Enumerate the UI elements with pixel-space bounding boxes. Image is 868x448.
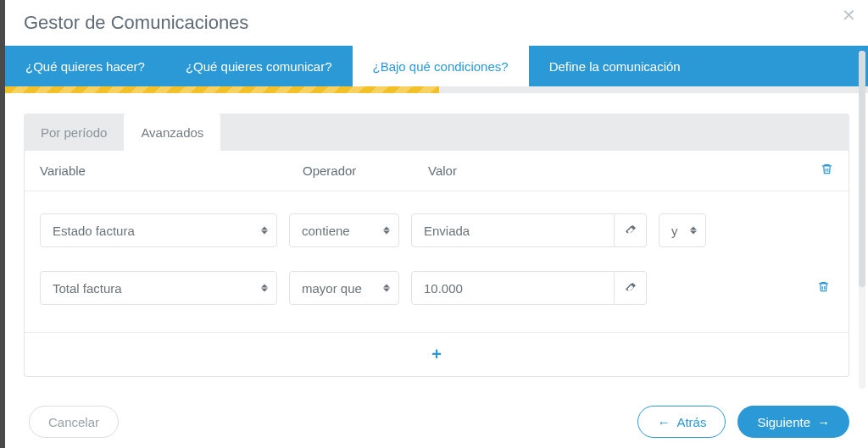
conditions-rows: Estado factura contiene Enviada (25, 191, 849, 332)
variable-select-value: Estado factura (53, 224, 135, 238)
conditions-panel: Variable Operador Valor Estado factura c… (24, 151, 849, 377)
back-label: Atrás (676, 415, 706, 429)
value-text: 10.000 (424, 281, 463, 296)
progress-bar (5, 86, 868, 93)
body: Por período Avanzados Variable Operador … (5, 93, 868, 395)
scrollbar[interactable] (859, 51, 865, 389)
value-input[interactable]: 10.000 (411, 271, 615, 305)
delete-row-button[interactable] (817, 280, 833, 296)
clear-value-button[interactable] (615, 271, 647, 305)
eraser-icon (624, 224, 637, 237)
logic-select-value: y (671, 224, 678, 238)
arrow-right-icon: → (817, 415, 830, 429)
operator-select-value: contiene (302, 224, 350, 238)
clear-all-button[interactable] (808, 163, 833, 179)
wizard-tab-what-communicate[interactable]: ¿Qué quieres comunicar? (165, 46, 353, 86)
add-row-button[interactable]: + (431, 345, 442, 364)
wizard-tab-define[interactable]: Define la comunicación (529, 46, 701, 86)
subtab-advanced[interactable]: Avanzados (124, 113, 220, 151)
col-variable-header: Variable (40, 163, 303, 178)
footer: Cancelar ← Atrás Siguiente → (10, 395, 868, 448)
value-group: Enviada (411, 213, 647, 247)
scrollbar-thumb[interactable] (859, 51, 865, 287)
value-input[interactable]: Enviada (411, 213, 615, 247)
operator-select-value: mayor que (302, 281, 362, 296)
add-row-area: + (25, 332, 849, 376)
select-arrows-icon (690, 227, 697, 235)
logic-select[interactable]: y (659, 213, 706, 247)
next-button[interactable]: Siguiente → (737, 406, 849, 438)
variable-select[interactable]: Estado factura (40, 213, 277, 247)
wizard-tab-what-do[interactable]: ¿Qué quieres hacer? (5, 46, 165, 86)
back-button[interactable]: ← Atrás (637, 406, 726, 438)
modal: ✕ Gestor de Comunicaciones ¿Qué quieres … (0, 0, 868, 448)
variable-select-value: Total factura (53, 281, 122, 296)
cancel-button[interactable]: Cancelar (29, 406, 119, 438)
arrow-left-icon: ← (657, 415, 670, 429)
variable-select[interactable]: Total factura (40, 271, 277, 305)
select-arrows-icon (261, 285, 268, 292)
cancel-label: Cancelar (48, 415, 99, 429)
modal-title: Gestor de Comunicaciones (5, 0, 868, 46)
clear-value-button[interactable] (615, 213, 647, 247)
eraser-icon (624, 281, 637, 295)
operator-select[interactable]: contiene (289, 213, 399, 247)
sub-tabs: Por período Avanzados (24, 113, 849, 151)
value-text: Enviada (424, 224, 470, 238)
select-arrows-icon (261, 227, 268, 235)
condition-row: Estado factura contiene Enviada (40, 202, 833, 259)
conditions-header: Variable Operador Valor (25, 151, 849, 191)
select-arrows-icon (383, 227, 390, 235)
condition-row: Total factura mayor que 10.000 (40, 259, 833, 317)
wizard-tabs: ¿Qué quieres hacer? ¿Qué quieres comunic… (5, 46, 868, 86)
col-operator-header: Operador (303, 163, 428, 178)
operator-select[interactable]: mayor que (289, 271, 399, 305)
next-label: Siguiente (757, 415, 810, 429)
wizard-tab-conditions[interactable]: ¿Bajo qué condiciones? (353, 46, 529, 86)
select-arrows-icon (383, 285, 390, 292)
close-icon[interactable]: ✕ (842, 5, 856, 25)
subtab-period[interactable]: Por período (24, 113, 124, 151)
value-group: 10.000 (411, 271, 647, 305)
col-value-header: Valor (428, 163, 808, 178)
progress-fill (5, 86, 439, 93)
